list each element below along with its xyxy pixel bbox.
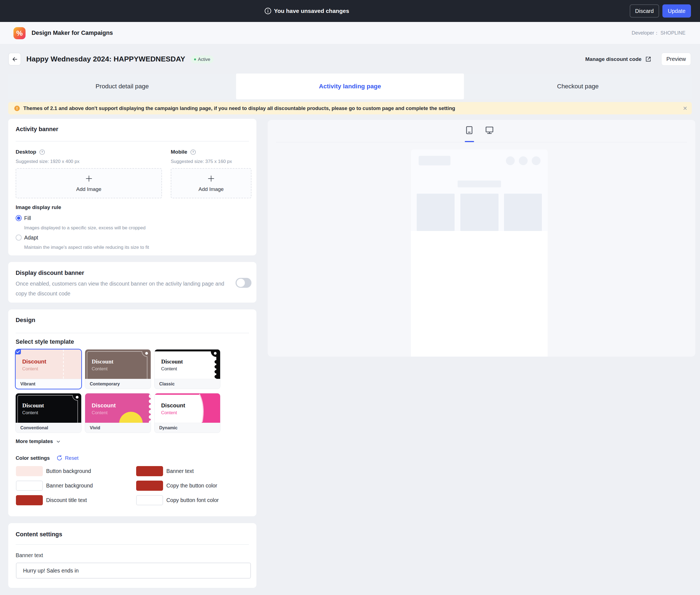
svg-text:?: ? xyxy=(41,150,43,153)
svg-text:?: ? xyxy=(192,150,194,153)
svg-text:Discount: Discount xyxy=(22,402,44,409)
svg-text:Discount: Discount xyxy=(92,402,116,408)
svg-text:Discount: Discount xyxy=(92,358,113,365)
svg-text:Content: Content xyxy=(92,410,108,415)
svg-text:Content: Content xyxy=(161,366,177,371)
svg-text:Content: Content xyxy=(22,410,38,415)
svg-text:Content: Content xyxy=(92,366,108,371)
svg-text:Discount: Discount xyxy=(22,358,46,365)
svg-text:Content: Content xyxy=(22,366,38,371)
svg-text:Discount: Discount xyxy=(161,358,183,365)
svg-text:Content: Content xyxy=(161,410,177,415)
svg-text:Discount: Discount xyxy=(161,402,185,408)
